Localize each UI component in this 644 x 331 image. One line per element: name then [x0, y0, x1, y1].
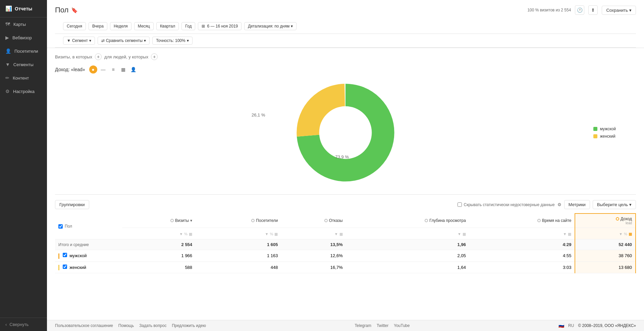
sidebar-item-settings[interactable]: ⚙ Настройка	[0, 85, 47, 98]
stacked-chart-icon[interactable]: ≡	[109, 65, 117, 74]
footer-link-help[interactable]: Помощь	[118, 323, 134, 328]
total-time: 4:29	[469, 239, 575, 250]
footer-link-twitter[interactable]: Twitter	[377, 323, 388, 328]
yesterday-button[interactable]: Вчера	[89, 22, 107, 30]
sidebar-item-webvisor[interactable]: ▶ Вебвизор	[0, 31, 47, 44]
legend-item-female: женский	[593, 134, 616, 139]
settings-icon[interactable]: ⚙	[557, 202, 561, 207]
depth-radio[interactable]	[425, 219, 428, 222]
bar-visits-icon[interactable]: ▦	[189, 232, 192, 236]
percent-income-icon[interactable]: %	[624, 232, 627, 236]
male-bounces: 12,6%	[281, 250, 346, 262]
col-header-income[interactable]: Доход lead	[575, 214, 636, 228]
visitors-label: Посетители	[256, 218, 278, 223]
export-button[interactable]: ⬆	[588, 5, 598, 15]
donut-chart-icon[interactable]: ●	[89, 65, 97, 74]
segment-button[interactable]: ▼ Сегмент ▾	[63, 37, 95, 45]
footer-link-idea[interactable]: Предложить идею	[172, 323, 206, 328]
income-label: Доход	[621, 217, 632, 221]
sidebar-item-label: Карты	[13, 22, 26, 27]
col-header-bounces[interactable]: Отказы	[281, 214, 346, 228]
income-sublabel: lead	[626, 221, 632, 225]
male-percent-label: 73,9 %	[335, 154, 349, 159]
clock-button[interactable]: 🕐	[575, 5, 584, 15]
sidebar-item-content[interactable]: ✏ Контент	[0, 71, 47, 85]
year-button[interactable]: Год	[181, 22, 195, 30]
bar-bounces-icon[interactable]: ▦	[339, 232, 343, 236]
male-checkbox[interactable]	[63, 253, 67, 257]
depth-icons-row: ▼ ▦	[346, 228, 469, 239]
income-radio[interactable]	[616, 217, 619, 221]
sidebar-collapse-button[interactable]: ‹ Свернуть	[0, 318, 47, 331]
accuracy-button[interactable]: Точность: 100% ▾	[152, 37, 192, 45]
compare-segments-button[interactable]: ⇄ Сравнить сегменты ▾	[98, 37, 150, 45]
quarter-button[interactable]: Квартал	[156, 22, 179, 30]
female-bounces: 16,7%	[281, 262, 346, 273]
male-income: 38 760	[575, 250, 636, 262]
chevron-left-icon: ‹	[5, 322, 7, 327]
groupings-button[interactable]: Группировки	[55, 200, 89, 209]
week-button[interactable]: Неделя	[110, 22, 131, 30]
visitors-radio[interactable]	[251, 219, 255, 222]
sidebar-item-segments[interactable]: ▼ Сегменты	[0, 58, 47, 71]
detail-button[interactable]: Детализация: по дням ▾	[244, 22, 297, 30]
hide-unreliable-checkbox[interactable]: Скрывать статистически недостоверные дан…	[458, 202, 555, 207]
footer-link-youtube[interactable]: YouTube	[394, 323, 410, 328]
visits-radio[interactable]	[170, 219, 174, 222]
total-visitors: 1 605	[196, 239, 281, 250]
visits-filter-label1: Визиты, в которых	[55, 54, 92, 59]
sidebar-item-label: Сегменты	[13, 62, 34, 67]
time-radio[interactable]	[537, 219, 541, 222]
bar-chart-icon[interactable]: ▦	[119, 65, 127, 74]
sidebar-item-label: Контент	[13, 76, 29, 81]
metrics-button[interactable]: Метрики	[564, 200, 590, 209]
add-people-filter-button[interactable]: +	[151, 53, 158, 60]
filter-bounces-icon[interactable]: ▼	[334, 232, 338, 236]
percent-visits-icon[interactable]: %	[184, 232, 187, 236]
table-header-row-group: Пол Визиты ▾	[55, 214, 636, 228]
col-header-visits[interactable]: Визиты ▾	[122, 214, 196, 228]
footer-link-telegram[interactable]: Telegram	[355, 323, 371, 328]
add-visit-filter-button[interactable]: +	[95, 53, 102, 60]
bar-visitors-icon[interactable]: ▦	[274, 232, 278, 236]
sidebar-item-label: Посетители	[14, 49, 38, 54]
filter-visits-icon[interactable]: ▼	[179, 232, 183, 236]
sidebar: 📊 Отчеты 🗺 Карты ▶ Вебвизор 👤 Посетители…	[0, 0, 47, 331]
bar-depth-icon[interactable]: ▦	[463, 232, 466, 236]
date-range-button[interactable]: ⊞ 6 — 16 ноя 2019	[198, 22, 241, 30]
footer-link-question[interactable]: Задать вопрос	[139, 323, 166, 328]
month-button[interactable]: Месяц	[134, 22, 154, 30]
sidebar-item-label: Настройка	[13, 89, 35, 94]
group-checkbox[interactable]: Пол	[58, 224, 119, 229]
bar-time-icon[interactable]: ▦	[568, 232, 571, 236]
filter-time-icon[interactable]: ▼	[563, 232, 567, 236]
col-header-time[interactable]: Время на сайте	[469, 214, 575, 228]
bounces-radio[interactable]	[324, 219, 328, 222]
sidebar-item-maps[interactable]: 🗺 Карты	[0, 17, 47, 31]
sidebar-logo: 📊 Отчеты	[0, 0, 47, 17]
chart-label-row: Доход: «lead» ● — ≡ ▦ 👤	[55, 65, 636, 74]
col-header-depth[interactable]: Глубина просмотра	[346, 214, 469, 228]
bar-income-icon[interactable]: ▦	[629, 232, 632, 236]
female-checkbox[interactable]	[63, 265, 67, 269]
col-header-visitors[interactable]: Посетители	[196, 214, 281, 228]
collapse-label: Свернуть	[9, 322, 29, 327]
filter-visitors-icon[interactable]: ▼	[265, 232, 269, 236]
hide-unreliable-input[interactable]	[458, 202, 462, 207]
save-label: Сохранить	[606, 8, 628, 13]
footer-link-agreement[interactable]: Пользовательское соглашение	[55, 323, 113, 328]
date-toolbar: Сегодня Вчера Неделя Месяц Квартал Год ⊞…	[55, 19, 636, 34]
male-bar-indicator	[58, 253, 59, 259]
line-chart-icon[interactable]: —	[99, 65, 107, 74]
today-button[interactable]: Сегодня	[63, 22, 86, 30]
percent-visitors-icon[interactable]: %	[270, 232, 273, 236]
save-button[interactable]: Сохранить ▾	[602, 6, 636, 15]
table-chart-icon[interactable]: 👤	[129, 65, 138, 74]
female-legend-dot	[593, 134, 597, 138]
sidebar-item-visitors[interactable]: 👤 Посетители	[0, 44, 47, 58]
group-checkbox-input[interactable]	[58, 224, 63, 229]
filter-income-icon[interactable]: ▼	[619, 232, 623, 236]
bookmark-icon[interactable]: 🔖	[71, 7, 78, 13]
goal-button[interactable]: Выберите цель ▾	[593, 200, 636, 209]
filter-depth-icon[interactable]: ▼	[458, 232, 461, 236]
